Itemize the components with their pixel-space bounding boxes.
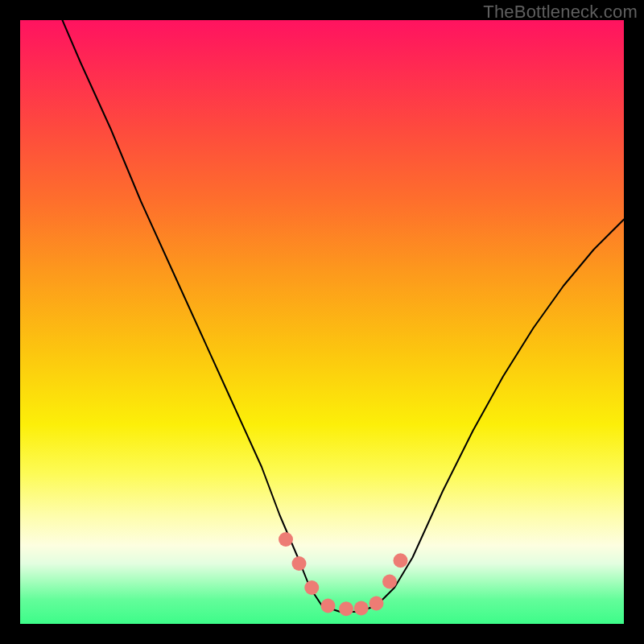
chart-svg: [20, 20, 624, 624]
data-point: [279, 532, 293, 547]
plot-area: [20, 20, 624, 624]
data-point: [304, 580, 319, 595]
data-point: [369, 597, 384, 611]
data-point: [292, 556, 307, 571]
data-point: [321, 599, 336, 613]
data-point: [354, 601, 369, 616]
data-point: [382, 575, 397, 589]
curve-line: [63, 20, 625, 612]
data-point: [394, 553, 408, 568]
data-point: [339, 601, 353, 616]
series-group: [63, 20, 625, 616]
chart-frame: TheBottleneck.com: [0, 0, 644, 644]
